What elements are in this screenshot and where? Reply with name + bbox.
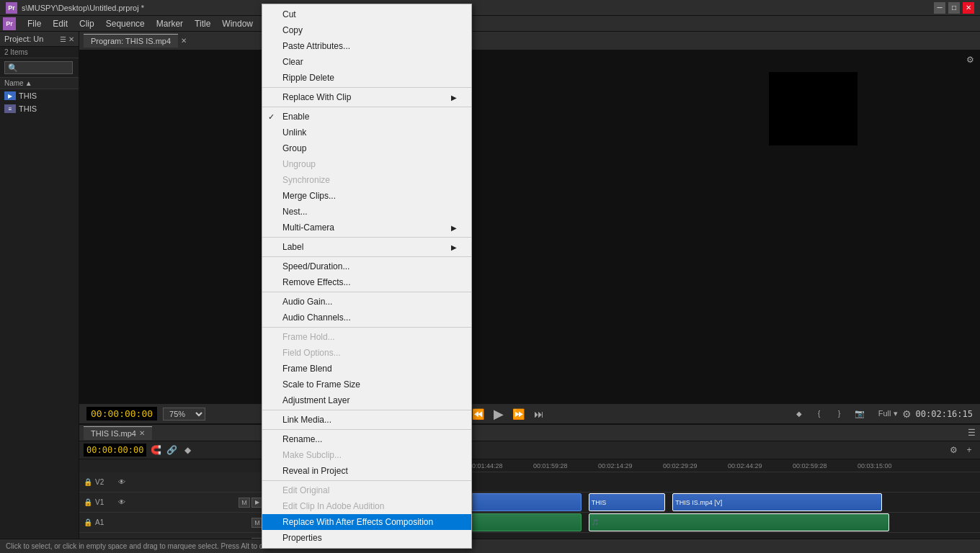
ctx-reveal-in-project[interactable]: Reveal in Project bbox=[262, 463, 471, 479]
ctx-scale-to-frame[interactable]: Scale to Frame Size bbox=[262, 377, 471, 392]
close-button[interactable]: ✕ bbox=[963, 2, 974, 14]
ctx-replace-with-clip[interactable]: Replace With Clip ▶ bbox=[262, 89, 471, 105]
export-frame-button[interactable]: 📷 bbox=[852, 407, 867, 421]
ruler-mark-3: 00:01:44:28 bbox=[468, 462, 503, 469]
window-controls: ─ □ ✕ bbox=[934, 2, 974, 14]
ctx-multi-camera[interactable]: Multi-Camera ▶ bbox=[262, 220, 471, 235]
add-track-button[interactable]: + bbox=[963, 444, 976, 457]
app-logo: Pr s\MUSPY\Desktop\Untitled.prproj * bbox=[6, 2, 144, 14]
ruler-mark-7: 00:02:44:29 bbox=[728, 462, 762, 469]
ctx-audio-gain[interactable]: Audio Gain... bbox=[262, 294, 471, 310]
zoom-select[interactable]: 75% 50% 100% bbox=[163, 408, 205, 421]
ctx-edit-clip-audition-label: Edit Clip In Adobe Audition bbox=[282, 501, 384, 511]
ctx-field-options[interactable]: Field Options... bbox=[262, 345, 471, 361]
timeline-timecode[interactable]: 00:00:00:00 bbox=[84, 444, 146, 457]
play-button[interactable]: ▶ bbox=[491, 407, 506, 421]
ctx-adjustment-layer[interactable]: Adjustment Layer bbox=[262, 392, 471, 408]
ctx-nest[interactable]: Nest... bbox=[262, 204, 471, 220]
ctx-ripple-delete[interactable]: Ripple Delete bbox=[262, 70, 471, 86]
ctx-enable[interactable]: ✓ Enable bbox=[262, 109, 471, 125]
minimize-button[interactable]: ─ bbox=[934, 2, 945, 14]
v1-eye-icon[interactable]: 👁 bbox=[118, 498, 125, 506]
ctx-cut[interactable]: Cut bbox=[262, 6, 471, 22]
maximize-button[interactable]: □ bbox=[948, 2, 960, 14]
ctx-audio-channels[interactable]: Audio Channels... bbox=[262, 310, 471, 325]
program-tab-close-icon[interactable]: ✕ bbox=[181, 37, 187, 45]
v1-lock-icon[interactable]: 🔒 bbox=[84, 498, 92, 506]
ctx-frame-hold-label: Frame Hold... bbox=[282, 332, 335, 342]
timeline-tab[interactable]: THIS IS.mp4 ✕ bbox=[84, 426, 152, 440]
program-tab-label[interactable]: Program: THIS IS.mp4 bbox=[84, 34, 178, 48]
panel-menu-icon[interactable]: ☰ bbox=[60, 35, 66, 43]
ctx-enable-label: Enable bbox=[282, 112, 309, 122]
ctx-cut-label: Cut bbox=[282, 9, 296, 19]
in-point-button[interactable]: { bbox=[812, 407, 827, 421]
v2-eye-icon[interactable]: 👁 bbox=[118, 478, 125, 486]
menu-file[interactable]: File bbox=[22, 17, 47, 30]
ctx-label[interactable]: Label ▶ bbox=[262, 239, 471, 255]
menu-clip[interactable]: Clip bbox=[74, 17, 100, 30]
ctx-ungroup-label: Ungroup bbox=[282, 159, 316, 169]
menu-edit[interactable]: Edit bbox=[47, 17, 74, 30]
title-text: s\MUSPY\Desktop\Untitled.prproj * bbox=[22, 4, 144, 12]
menu-sequence[interactable]: Sequence bbox=[100, 17, 151, 30]
snap-button[interactable]: 🧲 bbox=[149, 444, 162, 457]
v2-lock-icon[interactable]: 🔒 bbox=[84, 478, 92, 486]
ctx-edit-original[interactable]: Edit Original bbox=[262, 482, 471, 498]
zoom-label: Full ▾ bbox=[878, 409, 898, 418]
monitor-settings-icon[interactable]: ⚙ bbox=[966, 55, 974, 65]
project-item-0[interactable]: ▶ THIS bbox=[0, 89, 79, 102]
add-marker-button[interactable]: ◆ bbox=[792, 407, 806, 421]
ctx-rename[interactable]: Rename... bbox=[262, 431, 471, 447]
project-items-count: 2 Items bbox=[0, 47, 79, 58]
ctx-edit-clip-audition[interactable]: Edit Clip In Adobe Audition bbox=[262, 498, 471, 514]
search-bar bbox=[0, 58, 79, 78]
go-to-end-button[interactable]: ⏭ bbox=[532, 407, 546, 421]
panel-close-icon[interactable]: ✕ bbox=[68, 35, 74, 43]
settings-icon[interactable]: ⚙ bbox=[902, 408, 912, 420]
ctx-ungroup[interactable]: Ungroup bbox=[262, 156, 471, 172]
timecode-display[interactable]: 00:00:00:00 bbox=[86, 407, 157, 421]
ctx-link-media-label: Link Media... bbox=[282, 415, 331, 425]
ctx-frame-blend[interactable]: Frame Blend bbox=[262, 361, 471, 377]
v1-sync-lock[interactable]: M bbox=[239, 498, 250, 508]
ctx-paste-attributes[interactable]: Paste Attributes... bbox=[262, 38, 471, 54]
track-label-v1: 🔒 V1 👁 M ▶ 🎞 bbox=[79, 493, 281, 512]
enable-checkmark: ✓ bbox=[268, 112, 275, 122]
context-menu: Cut Copy Paste Attributes... Clear Rippl… bbox=[262, 4, 472, 549]
ctx-unlink-label: Unlink bbox=[282, 127, 306, 138]
ctx-clear[interactable]: Clear bbox=[262, 54, 471, 70]
ctx-remove-effects[interactable]: Remove Effects... bbox=[262, 274, 471, 290]
ruler-mark-6: 00:02:29:29 bbox=[663, 462, 698, 469]
step-back-button[interactable]: ⏪ bbox=[471, 407, 486, 421]
ctx-copy[interactable]: Copy bbox=[262, 22, 471, 38]
ctx-make-subclip[interactable]: Make Subclip... bbox=[262, 447, 471, 463]
a1-lock-icon[interactable]: 🔒 bbox=[84, 518, 92, 526]
out-point-button[interactable]: } bbox=[832, 407, 847, 421]
ctx-frame-hold[interactable]: Frame Hold... bbox=[262, 329, 471, 345]
ctx-speed-duration[interactable]: Speed/Duration... bbox=[262, 258, 471, 274]
a1-clip-1[interactable]: 🎵 bbox=[589, 513, 889, 531]
step-forward-button[interactable]: ⏩ bbox=[512, 407, 526, 421]
timeline-tab-close-icon[interactable]: ✕ bbox=[139, 429, 145, 437]
timeline-menu-icon[interactable]: ☰ bbox=[968, 428, 976, 438]
v1-clip-1[interactable]: THIS bbox=[589, 493, 666, 511]
ctx-divider-4 bbox=[262, 256, 471, 257]
menu-window[interactable]: Window bbox=[216, 17, 259, 30]
search-input[interactable] bbox=[4, 61, 73, 74]
v1-clip-2[interactable]: THIS IS.mp4 [V] bbox=[672, 493, 882, 511]
ctx-unlink[interactable]: Unlink bbox=[262, 125, 471, 140]
program-monitor: Program: THIS IS.mp4 ✕ ⚙ 00:00:00:00 75%… bbox=[79, 32, 980, 423]
linked-select-button[interactable]: 🔗 bbox=[165, 444, 178, 457]
ctx-replace-after-effects[interactable]: Replace With After Effects Composition bbox=[262, 514, 471, 530]
ctx-properties[interactable]: Properties bbox=[262, 530, 471, 546]
ctx-link-media[interactable]: Link Media... bbox=[262, 412, 471, 428]
ctx-synchronize[interactable]: Synchronize bbox=[262, 172, 471, 188]
menu-title[interactable]: Title bbox=[189, 17, 216, 30]
project-item-1[interactable]: ≡ THIS bbox=[0, 102, 79, 115]
ctx-merge-clips[interactable]: Merge Clips... bbox=[262, 188, 471, 204]
timeline-settings-button[interactable]: ⚙ bbox=[947, 444, 960, 457]
menu-marker[interactable]: Marker bbox=[151, 17, 189, 30]
add-marker-tl-button[interactable]: ◆ bbox=[181, 444, 194, 457]
ctx-group[interactable]: Group bbox=[262, 140, 471, 156]
